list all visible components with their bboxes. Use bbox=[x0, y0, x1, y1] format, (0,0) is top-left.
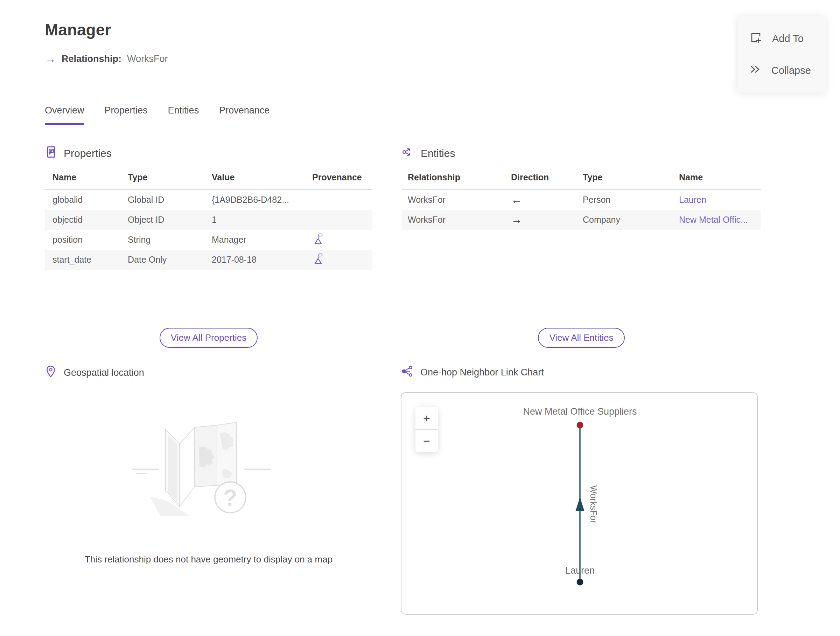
entity-name-link[interactable]: Lauren bbox=[673, 190, 761, 210]
prop-value: 2017-08-18 bbox=[204, 250, 305, 270]
prop-provenance bbox=[305, 210, 373, 230]
direction-arrow-icon: ← bbox=[505, 190, 577, 210]
prop-name: objectid bbox=[45, 210, 120, 230]
table-row: start_date Date Only 2017-08-18 bbox=[45, 250, 373, 270]
relationship-value: WorksFor bbox=[127, 54, 168, 65]
tab-entities[interactable]: Entities bbox=[168, 105, 199, 125]
collapse-chevrons-icon bbox=[749, 63, 762, 78]
prop-name: position bbox=[45, 230, 120, 250]
map-empty-message: This relationship does not have geometry… bbox=[45, 554, 373, 565]
entity-type: Company bbox=[577, 210, 673, 230]
prop-provenance bbox=[305, 250, 373, 270]
geospatial-section-header: Geospatial location bbox=[45, 365, 144, 381]
entity-name-link[interactable]: New Metal Offic... bbox=[673, 210, 761, 230]
page-title: Manager bbox=[45, 20, 111, 39]
relationship-label: Relationship: bbox=[62, 54, 122, 65]
col-value: Value bbox=[204, 168, 305, 190]
table-row: WorksFor ← Person Lauren bbox=[402, 190, 761, 210]
col-provenance: Provenance bbox=[305, 168, 373, 190]
map-placeholder: ? bbox=[45, 395, 373, 546]
entities-table: Relationship Direction Type Name WorksFo… bbox=[402, 168, 761, 230]
add-to-button[interactable]: Add To bbox=[738, 22, 826, 55]
properties-section-header: Properties bbox=[45, 146, 112, 161]
entity-relationship: WorksFor bbox=[402, 190, 505, 210]
relationship-arrow-icon: → bbox=[45, 53, 56, 65]
entities-table-header-row: Relationship Direction Type Name bbox=[402, 168, 761, 190]
col-name: Name bbox=[45, 168, 120, 190]
col-direction: Direction bbox=[505, 168, 577, 190]
tab-bar: Overview Properties Entities Provenance bbox=[45, 105, 270, 125]
prop-type: Object ID bbox=[120, 210, 204, 230]
tab-overview[interactable]: Overview bbox=[45, 105, 84, 125]
entities-section-title: Entities bbox=[421, 147, 455, 159]
properties-table: Name Type Value Provenance globalid Glob… bbox=[45, 168, 373, 270]
table-row: WorksFor → Company New Metal Offic... bbox=[402, 210, 761, 230]
view-all-properties-button[interactable]: View All Properties bbox=[159, 328, 257, 348]
collapse-button[interactable]: Collapse bbox=[738, 55, 826, 86]
link-chart-section-header: One-hop Neighbor Link Chart bbox=[401, 365, 544, 380]
entities-section-header: Entities bbox=[402, 146, 455, 161]
top-node[interactable] bbox=[577, 422, 583, 429]
prop-provenance bbox=[305, 230, 373, 250]
zoom-in-button[interactable]: + bbox=[415, 407, 438, 429]
prop-type: String bbox=[120, 230, 204, 250]
table-row: position String Manager bbox=[45, 230, 373, 250]
prop-value: {1A9DB2B6-D482... bbox=[204, 190, 305, 210]
link-chart-icon bbox=[401, 365, 413, 380]
provenance-flag-icon[interactable] bbox=[312, 257, 324, 267]
direction-arrow-icon: → bbox=[505, 210, 577, 230]
zoom-control: + − bbox=[415, 407, 438, 452]
provenance-flag-icon[interactable] bbox=[312, 237, 324, 247]
tab-properties[interactable]: Properties bbox=[105, 105, 148, 125]
entity-relationship: WorksFor bbox=[402, 210, 505, 230]
action-menu: Add To Collapse bbox=[738, 16, 826, 92]
prop-type: Global ID bbox=[120, 190, 204, 210]
properties-section-title: Properties bbox=[64, 147, 112, 159]
prop-name: start_date bbox=[45, 250, 120, 270]
svg-text:?: ? bbox=[223, 485, 237, 511]
entities-icon bbox=[402, 146, 414, 161]
col-relationship: Relationship bbox=[402, 168, 505, 190]
map-pin-icon bbox=[45, 365, 57, 381]
bottom-node[interactable] bbox=[577, 579, 583, 585]
relationship-subtitle: → Relationship: WorksFor bbox=[45, 53, 168, 65]
bottom-node-label: Lauren bbox=[565, 565, 595, 576]
col-type: Type bbox=[577, 168, 673, 190]
prop-value: Manager bbox=[204, 230, 305, 250]
prop-type: Date Only bbox=[120, 250, 204, 270]
add-to-icon bbox=[749, 31, 762, 47]
collapse-label: Collapse bbox=[771, 65, 811, 76]
table-row: objectid Object ID 1 bbox=[45, 210, 373, 230]
top-node-label: New Metal Office Suppliers bbox=[523, 406, 637, 417]
prop-name: globalid bbox=[45, 190, 120, 210]
prop-value: 1 bbox=[204, 210, 305, 230]
geospatial-section-title: Geospatial location bbox=[64, 367, 144, 378]
col-type: Type bbox=[120, 168, 204, 190]
link-chart-section-title: One-hop Neighbor Link Chart bbox=[420, 367, 544, 378]
add-to-label: Add To bbox=[772, 33, 804, 44]
prop-provenance bbox=[305, 190, 373, 210]
view-all-entities-button[interactable]: View All Entities bbox=[538, 328, 624, 348]
link-chart-panel[interactable]: New Metal Office Suppliers WorksFor Laur… bbox=[401, 392, 758, 615]
edge-arrowhead-icon bbox=[575, 497, 584, 511]
zoom-out-button[interactable]: − bbox=[415, 429, 438, 452]
properties-table-header-row: Name Type Value Provenance bbox=[45, 168, 373, 190]
entity-type: Person bbox=[577, 190, 673, 210]
col-name: Name bbox=[673, 168, 761, 190]
edge-label: WorksFor bbox=[589, 486, 598, 523]
properties-icon bbox=[45, 146, 57, 161]
table-row: globalid Global ID {1A9DB2B6-D482... bbox=[45, 190, 373, 210]
tab-provenance[interactable]: Provenance bbox=[219, 105, 270, 125]
